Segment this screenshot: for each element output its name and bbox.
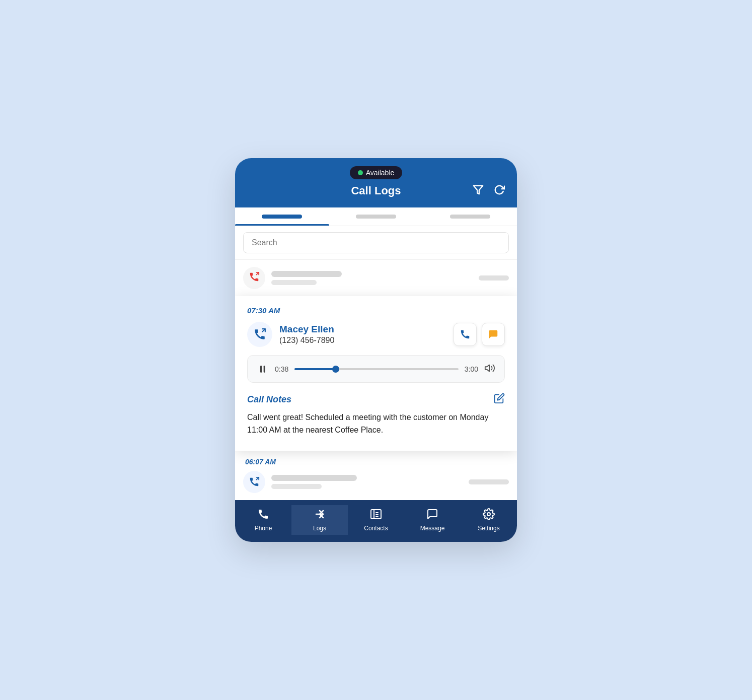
message-nav-icon: [426, 508, 438, 522]
call-notes-title: Call Notes: [247, 394, 291, 405]
caller-name: Macey Ellen: [279, 324, 334, 335]
call-back-button[interactable]: [454, 323, 477, 346]
status-text: Available: [366, 169, 395, 177]
contacts-nav-icon: [370, 508, 382, 522]
blurred-name-bar: [271, 271, 342, 277]
blurred-number2-bar: [271, 484, 322, 489]
call-log-2-row: [243, 471, 509, 493]
tab-1[interactable]: [235, 207, 329, 226]
call-log-2-time: 06:07 AM: [243, 458, 509, 466]
filter-button[interactable]: [471, 182, 486, 200]
tab-bar-1: [262, 215, 302, 219]
nav-logs[interactable]: Logs: [291, 505, 348, 535]
action-buttons: [454, 323, 505, 346]
refresh-button[interactable]: [492, 182, 507, 200]
call-notes-text: Call went great! Scheduled a meeting wit…: [247, 411, 505, 437]
header: Available Call Logs: [235, 158, 517, 207]
message-button[interactable]: [482, 323, 505, 346]
pause-button[interactable]: [257, 364, 269, 374]
header-title-row: Call Logs: [245, 184, 507, 197]
caller-left: Macey Ellen (123) 456-7890: [247, 322, 334, 347]
tab-bar-3: [450, 215, 490, 219]
phone-nav-icon: [257, 508, 269, 522]
phone-frame: Available Call Logs: [235, 158, 517, 542]
settings-nav-icon: [483, 508, 495, 522]
missed-call-item[interactable]: [235, 260, 517, 296]
nav-message-label: Message: [420, 525, 445, 532]
nav-message[interactable]: Message: [404, 505, 461, 535]
status-dot: [358, 170, 363, 175]
bottom-nav: Phone Logs Conta: [235, 500, 517, 542]
logs-nav-icon: [314, 508, 326, 522]
nav-phone[interactable]: Phone: [235, 505, 291, 535]
audio-progress-track[interactable]: [294, 368, 459, 370]
volume-button[interactable]: [484, 363, 495, 375]
audio-progress-fill: [294, 368, 335, 370]
blurred-name2-bar: [271, 475, 357, 481]
svg-rect-4: [264, 366, 265, 372]
nav-settings-label: Settings: [478, 525, 499, 532]
nav-logs-label: Logs: [313, 525, 326, 532]
nav-contacts[interactable]: Contacts: [348, 505, 404, 535]
blurred-time-bar: [479, 275, 509, 281]
blurred-time2-bar: [469, 479, 509, 484]
header-title: Call Logs: [351, 184, 401, 197]
caller-row: Macey Ellen (123) 456-7890: [247, 322, 505, 347]
svg-rect-3: [260, 366, 262, 372]
search-input[interactable]: [243, 232, 509, 253]
edit-notes-button[interactable]: [494, 393, 505, 406]
tab-2[interactable]: [329, 207, 423, 226]
caller-info: Macey Ellen (123) 456-7890: [279, 324, 334, 345]
caller-number: (123) 456-7890: [279, 336, 334, 345]
tabs-row: [235, 207, 517, 226]
status-pill: Available: [350, 166, 403, 179]
blurred-number-bar: [271, 280, 317, 285]
caller-avatar: [247, 322, 272, 347]
call-notes-header: Call Notes: [247, 393, 505, 406]
tab-bar-2: [356, 215, 396, 219]
tab-3[interactable]: [423, 207, 517, 226]
nav-contacts-label: Contacts: [364, 525, 388, 532]
audio-current-time: 0:38: [275, 365, 288, 373]
call-time: 07:30 AM: [247, 306, 505, 315]
call-log-2-info: [271, 475, 463, 489]
call-log-2-avatar: [243, 471, 265, 493]
svg-marker-0: [474, 185, 483, 194]
audio-progress-thumb: [332, 366, 339, 373]
svg-marker-5: [485, 365, 489, 372]
nav-settings[interactable]: Settings: [461, 505, 517, 535]
audio-player: 0:38 3:00: [247, 355, 505, 383]
search-container: [235, 226, 517, 260]
svg-point-13: [487, 513, 490, 516]
missed-call-avatar: [243, 267, 265, 289]
missed-call-info: [271, 271, 473, 285]
audio-total-time: 3:00: [465, 365, 478, 373]
header-icons: [471, 182, 507, 200]
missed-call-icon: [249, 271, 260, 285]
call-log-item-2[interactable]: 06:07 AM: [235, 451, 517, 500]
nav-phone-label: Phone: [255, 525, 272, 532]
expanded-call-card: 07:30 AM Macey Ellen (123) 456-7890: [235, 296, 517, 451]
